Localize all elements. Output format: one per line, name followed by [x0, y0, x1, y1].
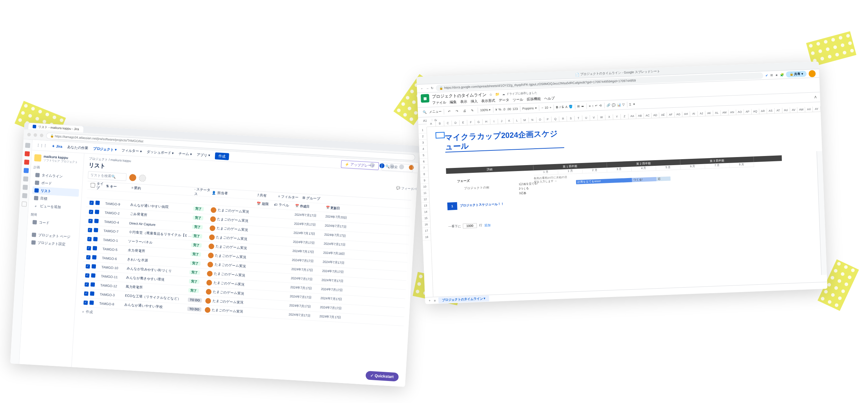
format-select[interactable]: 123 [512, 107, 518, 111]
menu-item[interactable]: 表示 [460, 99, 468, 104]
row-header[interactable]: 17 [422, 228, 431, 234]
share-button[interactable]: 🔒 共有 ▾ [786, 71, 807, 77]
rail-add-icon[interactable] [21, 202, 27, 207]
link-icon[interactable]: 🔗 [607, 103, 610, 107]
currency-icon[interactable]: ¥ [495, 108, 497, 111]
rail-icon[interactable] [22, 185, 28, 190]
decimal-inc-icon[interactable]: .00 [507, 107, 511, 111]
issue-summary[interactable]: ソーラーパネル [128, 239, 191, 247]
issue-assignee[interactable]: たまごのゲーム実況 [210, 216, 256, 224]
row-header[interactable]: 8 [420, 171, 428, 178]
zoom-select[interactable]: 100% ▾ [480, 108, 491, 112]
col-header[interactable]: AJ [698, 111, 706, 116]
menu-item[interactable]: 表示形式 [481, 98, 496, 104]
col-header[interactable]: G [475, 119, 483, 125]
folder-icon[interactable]: 📁 [495, 92, 499, 96]
issue-status[interactable]: 完了 [191, 234, 209, 239]
col-header[interactable]: Z [621, 114, 629, 120]
issue-assignee[interactable]: たまごのゲーム実況 [207, 261, 253, 270]
row-checkbox[interactable]: ✓ [89, 210, 93, 214]
valign-icon[interactable]: ↕ [592, 104, 594, 107]
issue-summary[interactable]: ごみ発電所 [130, 212, 193, 220]
row-header[interactable]: 14 [422, 209, 430, 215]
col-header[interactable]: L [513, 118, 521, 124]
col-header[interactable]: D [452, 120, 460, 126]
col-header[interactable]: U [582, 115, 590, 121]
font-size-input[interactable]: 10 [545, 106, 548, 109]
row-checkbox[interactable]: ✓ [89, 200, 94, 205]
issue-status[interactable]: 完了 [188, 288, 206, 294]
menu-item[interactable]: ヘルプ [544, 96, 555, 101]
menu-item[interactable]: 編集 [450, 100, 457, 105]
issue-summary[interactable]: ０円食堂（廃棄食品をリサイクル【ＥＣＯ】） [129, 230, 192, 238]
issue-key[interactable]: TAMGO-1 [103, 238, 128, 243]
issue-key[interactable]: TAMGO-2 [105, 211, 130, 216]
reload-icon[interactable]: ↻ [431, 86, 434, 90]
col-header[interactable]: AP [744, 109, 752, 115]
col-header[interactable]: AX [805, 107, 813, 113]
row-checkbox[interactable]: ✓ [84, 291, 89, 296]
col-header[interactable]: O [536, 117, 544, 123]
add-sheet-icon[interactable]: ＋ [428, 298, 431, 303]
select-all-checkbox[interactable] [90, 183, 95, 188]
col-share[interactable]: ⤴ 共有 [257, 193, 278, 199]
chart-icon[interactable]: 📊 [617, 103, 621, 106]
cells-area[interactable]: マイクラカップ2024企画スケジュール 詳細 第 1 四半期 第 2 四半期 第… [427, 112, 827, 297]
col-header[interactable]: M [521, 118, 529, 123]
back-icon[interactable] [27, 133, 31, 136]
col-header[interactable]: AT [775, 108, 783, 114]
issue-key[interactable]: TAMGO-7 [104, 229, 129, 234]
issue-status[interactable]: TO DO [187, 307, 205, 312]
col-label[interactable]: 🏷 ラベル [274, 203, 295, 208]
col-header[interactable]: AW [798, 107, 806, 113]
issue-key[interactable]: TAMGO-12 [100, 283, 126, 289]
nav-filters[interactable]: フィルター ▾ [121, 148, 142, 154]
reload-icon[interactable] [40, 133, 44, 137]
issue-summary[interactable]: みんなが働きやすい環境 [126, 275, 189, 284]
create-button[interactable]: 作成 [215, 152, 229, 160]
col-header[interactable]: N [528, 117, 537, 123]
row-checkbox[interactable]: ✓ [85, 282, 89, 287]
issue-summary[interactable]: 風力発電所 [125, 284, 188, 293]
col-header[interactable]: AN [728, 109, 736, 115]
issue-key[interactable]: TAMGO-9 [105, 202, 131, 207]
percent-icon[interactable]: % [498, 107, 501, 111]
col-header[interactable]: AG [674, 112, 682, 118]
issue-status[interactable]: 完了 [189, 279, 207, 285]
issue-summary[interactable]: みんなが住みやすい街づくり [126, 266, 189, 275]
issue-status[interactable]: 完了 [190, 252, 208, 257]
col-header[interactable]: AH [682, 111, 690, 117]
issue-status[interactable]: 完了 [190, 261, 208, 267]
issue-assignee[interactable]: たまごのゲーム実況 [206, 289, 252, 297]
font-select[interactable]: Poppins [522, 106, 534, 110]
col-header[interactable]: B [436, 121, 444, 127]
halign-icon[interactable]: ≡ [589, 104, 591, 107]
col-header[interactable]: F [467, 120, 475, 126]
addrow-count-input[interactable] [463, 223, 477, 229]
issue-assignee[interactable]: たまごのゲーム実況 [206, 280, 252, 288]
col-header[interactable]: AA [629, 113, 637, 119]
rail-icon[interactable] [23, 176, 28, 182]
col-header[interactable]: AQ [751, 108, 760, 114]
extension-icon[interactable]: ⊞ [770, 73, 773, 77]
row-header[interactable]: 5 [419, 152, 428, 159]
col-header[interactable]: R [559, 116, 567, 122]
col-header[interactable]: AY [813, 106, 821, 112]
col-header[interactable]: AM [721, 110, 729, 116]
col-header[interactable]: Q [552, 116, 560, 122]
row-header[interactable]: 3 [419, 140, 427, 146]
issue-summary[interactable]: ECOな工場（リサイクルなどなど） [125, 294, 188, 302]
issue-status[interactable]: 完了 [192, 225, 210, 230]
back-icon[interactable]: ← [420, 87, 424, 90]
row-header[interactable]: 11 [421, 190, 429, 197]
row-checkbox[interactable]: ✓ [83, 301, 88, 305]
issue-assignee[interactable]: たまごのゲーム実況 [208, 243, 254, 252]
row-header[interactable]: 18 [422, 234, 431, 241]
col-header[interactable]: T [575, 115, 583, 121]
all-sheets-icon[interactable]: ≡ [434, 299, 436, 302]
issue-assignee[interactable]: たまごのゲーム実況 [210, 225, 255, 233]
nav-teams[interactable]: チーム ▾ [178, 151, 192, 157]
extension-icon[interactable]: ★ [775, 73, 778, 77]
add-assignee-filter[interactable] [139, 175, 146, 182]
print-icon[interactable]: 🖨 [461, 107, 468, 114]
